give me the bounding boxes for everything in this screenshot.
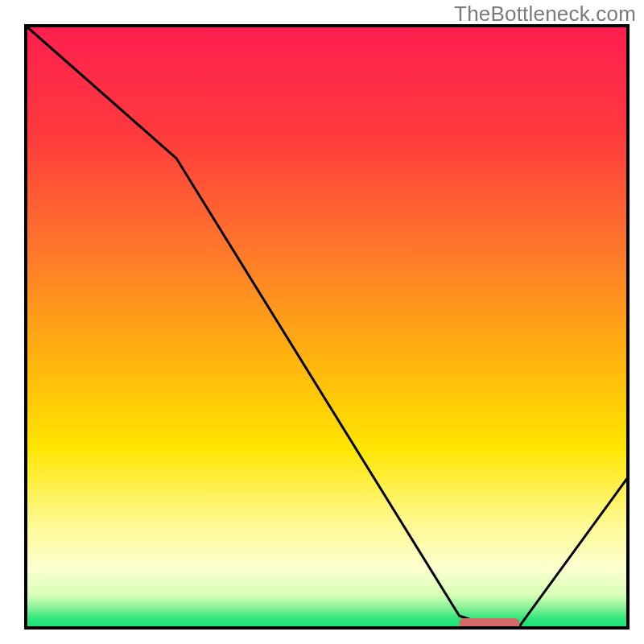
chart-stage: TheBottleneck.com bbox=[0, 0, 644, 644]
bottleneck-chart bbox=[0, 0, 644, 644]
watermark-text: TheBottleneck.com bbox=[454, 2, 636, 27]
plot-background bbox=[26, 26, 628, 628]
